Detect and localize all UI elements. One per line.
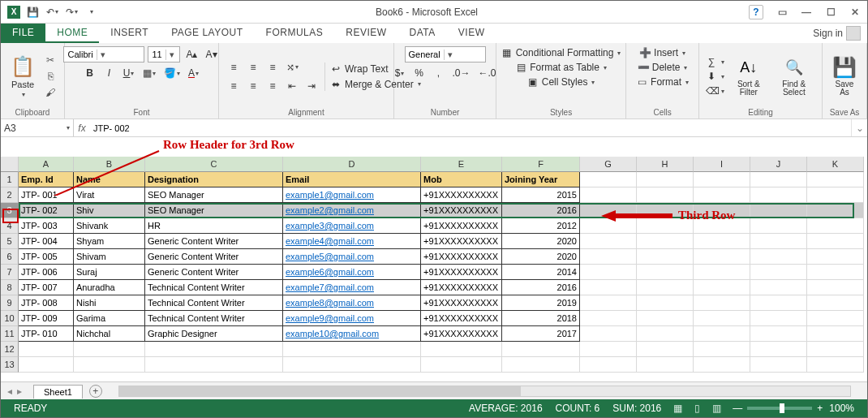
accounting-format-icon[interactable]: $▾: [391, 65, 407, 81]
empty-cell[interactable]: [694, 280, 750, 295]
close-icon[interactable]: ✕: [843, 1, 867, 24]
find-select-button[interactable]: 🔍 Find & Select: [773, 54, 815, 98]
cell-styles-button[interactable]: ▣Cell Styles▾: [527, 75, 595, 88]
empty-cell[interactable]: [807, 203, 864, 218]
column-header[interactable]: B: [74, 157, 145, 172]
row-header[interactable]: 13: [1, 357, 19, 373]
formula-expand-icon[interactable]: ⌄: [851, 119, 867, 136]
table-cell[interactable]: 2020: [502, 249, 580, 265]
tab-view[interactable]: VIEW: [447, 24, 496, 43]
percent-format-icon[interactable]: %: [410, 65, 427, 81]
table-cell[interactable]: +91XXXXXXXXXX: [421, 187, 502, 203]
empty-cell[interactable]: [637, 326, 694, 342]
empty-cell[interactable]: [637, 187, 694, 203]
table-cell[interactable]: HR: [145, 218, 283, 234]
tab-home[interactable]: HOME: [45, 24, 99, 43]
decrease-font-icon[interactable]: A▾: [204, 46, 220, 62]
empty-cell[interactable]: [750, 203, 807, 218]
empty-cell[interactable]: [74, 357, 145, 373]
save-icon[interactable]: 💾: [25, 5, 40, 19]
table-cell[interactable]: 2017: [502, 326, 580, 342]
insert-cells-button[interactable]: ➕Insert▾: [639, 46, 685, 59]
column-header[interactable]: F: [502, 157, 580, 172]
font-size-combo[interactable]: 11▾: [148, 46, 180, 62]
table-cell[interactable]: +91XXXXXXXXXX: [421, 280, 502, 295]
empty-cell[interactable]: [750, 172, 807, 187]
empty-cell[interactable]: [283, 357, 421, 373]
empty-cell[interactable]: [580, 234, 637, 249]
table-cell[interactable]: +91XXXXXXXXXX: [421, 265, 502, 280]
table-header-cell[interactable]: Name: [74, 172, 145, 187]
table-cell[interactable]: 2016: [502, 280, 580, 295]
new-sheet-button[interactable]: +: [89, 385, 102, 398]
save-as-button[interactable]: 💾 Save As: [829, 54, 860, 98]
empty-cell[interactable]: [750, 295, 807, 311]
table-cell[interactable]: example5@gmail.com: [283, 249, 421, 265]
row-header[interactable]: 11: [1, 326, 19, 342]
empty-cell[interactable]: [19, 357, 74, 373]
undo-icon[interactable]: ↶▾: [45, 5, 59, 19]
table-cell[interactable]: Generic Content Writer: [145, 265, 283, 280]
border-button[interactable]: ▦▾: [140, 65, 158, 81]
table-cell[interactable]: Nishi: [74, 295, 145, 311]
empty-cell[interactable]: [807, 280, 864, 295]
table-cell[interactable]: Generic Content Writer: [145, 234, 283, 249]
column-header[interactable]: C: [145, 157, 283, 172]
empty-cell[interactable]: [694, 311, 750, 326]
empty-cell[interactable]: [807, 187, 864, 203]
cut-icon[interactable]: ✂: [43, 53, 58, 67]
row-header[interactable]: 4: [1, 218, 19, 234]
empty-cell[interactable]: [580, 295, 637, 311]
delete-cells-button[interactable]: ➖Delete▾: [638, 61, 688, 74]
decrease-decimal-icon[interactable]: ←.0: [476, 65, 499, 81]
empty-cell[interactable]: [807, 311, 864, 326]
table-cell[interactable]: SEO Manager: [145, 203, 283, 218]
column-header[interactable]: K: [807, 157, 864, 172]
empty-cell[interactable]: [807, 218, 864, 234]
empty-cell[interactable]: [637, 265, 694, 280]
spreadsheet-grid[interactable]: ABCDEFGHIJK1Emp. IdNameDesignationEmailM…: [1, 157, 867, 381]
table-cell[interactable]: +91XXXXXXXXXX: [421, 203, 502, 218]
table-cell[interactable]: Shivank: [74, 218, 145, 234]
format-cells-button[interactable]: ▭Format▾: [636, 75, 689, 88]
empty-cell[interactable]: [580, 249, 637, 265]
table-cell[interactable]: SEO Manager: [145, 187, 283, 203]
column-header[interactable]: G: [580, 157, 637, 172]
empty-cell[interactable]: [750, 342, 807, 357]
empty-cell[interactable]: [580, 311, 637, 326]
increase-decimal-icon[interactable]: .0→: [449, 65, 472, 81]
minimize-icon[interactable]: —: [794, 1, 819, 24]
row-header[interactable]: 8: [1, 280, 19, 295]
increase-font-icon[interactable]: A▴: [183, 46, 200, 62]
table-cell[interactable]: 2020: [502, 234, 580, 249]
table-cell[interactable]: Virat: [74, 187, 145, 203]
empty-cell[interactable]: [750, 265, 807, 280]
column-header[interactable]: H: [637, 157, 694, 172]
empty-cell[interactable]: [694, 172, 750, 187]
fx-icon[interactable]: fx: [74, 123, 90, 134]
sort-filter-button[interactable]: A↓ Sort & Filter: [729, 54, 767, 98]
empty-cell[interactable]: [750, 234, 807, 249]
empty-cell[interactable]: [750, 249, 807, 265]
comma-format-icon[interactable]: ,: [430, 65, 446, 81]
empty-cell[interactable]: [580, 172, 637, 187]
empty-cell[interactable]: [807, 249, 864, 265]
empty-cell[interactable]: [750, 326, 807, 342]
row-header[interactable]: 3: [1, 203, 19, 218]
redo-icon[interactable]: ↷▾: [64, 5, 79, 19]
view-page-break-icon[interactable]: ▥: [707, 402, 725, 415]
empty-cell[interactable]: [694, 265, 750, 280]
table-cell[interactable]: Shiv: [74, 203, 145, 218]
sign-in[interactable]: Sign in: [806, 24, 867, 43]
table-header-cell[interactable]: Emp. Id: [19, 172, 74, 187]
table-header-cell[interactable]: Mob: [421, 172, 502, 187]
empty-cell[interactable]: [694, 249, 750, 265]
empty-cell[interactable]: [283, 342, 421, 357]
tab-review[interactable]: REVIEW: [334, 24, 397, 43]
table-cell[interactable]: example10@gmail.com: [283, 326, 421, 342]
horizontal-scrollbar[interactable]: [118, 386, 851, 397]
table-cell[interactable]: +91XXXXXXXXXX: [421, 234, 502, 249]
select-all-corner[interactable]: [1, 157, 19, 172]
font-color-button[interactable]: A▾: [186, 65, 202, 81]
empty-cell[interactable]: [145, 357, 283, 373]
